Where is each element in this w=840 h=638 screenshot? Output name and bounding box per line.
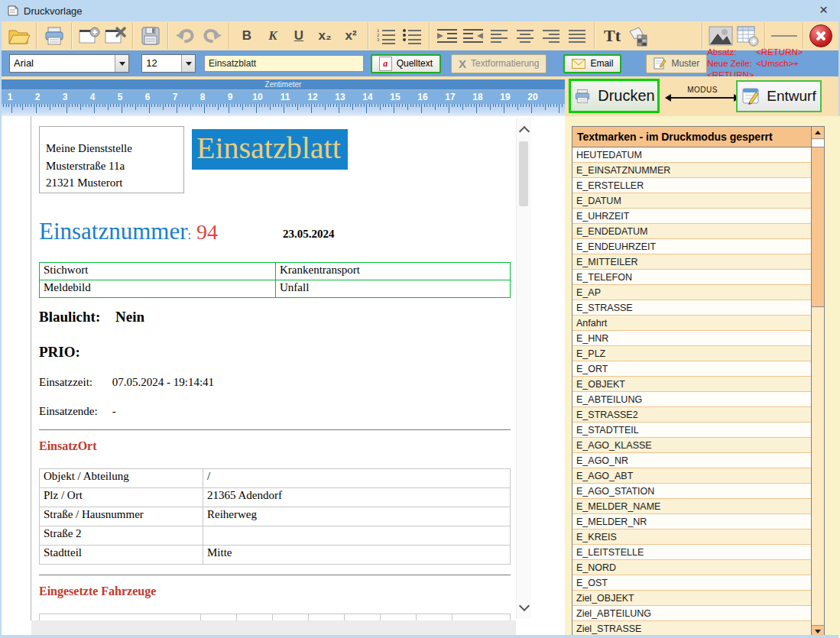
ruler-tick <box>165 104 166 107</box>
font-icon[interactable]: Tt <box>599 24 625 48</box>
horizontal-line-icon[interactable] <box>770 24 799 48</box>
ruler-tick <box>218 104 219 110</box>
redo-icon[interactable] <box>199 24 225 48</box>
prio-row: PRIO: <box>39 344 80 361</box>
document-scrollbar-thumb[interactable] <box>519 141 528 206</box>
textmarken-item[interactable]: E_DATUM <box>572 193 811 209</box>
table-cell-value: Mitte <box>203 546 510 564</box>
textmarken-item[interactable]: E_AP <box>572 285 811 300</box>
ruler-tick <box>289 104 290 107</box>
scroll-down-icon[interactable] <box>519 601 530 611</box>
ruler-tick <box>187 104 188 107</box>
textmarken-item[interactable]: E_OST <box>572 575 811 591</box>
subscript-icon[interactable]: x₂ <box>312 24 338 48</box>
textformatierung-button[interactable]: X Textformatierung <box>451 54 546 73</box>
textmarken-item[interactable]: Ziel_OBJEKT <box>572 591 811 606</box>
save-icon[interactable] <box>138 24 164 48</box>
textmarken-item[interactable]: HEUTEDATUM <box>572 147 811 163</box>
ruler-tick <box>438 104 439 107</box>
textmarken-item[interactable]: E_ENDEUHRZEIT <box>572 239 811 254</box>
undo-icon[interactable] <box>173 24 199 48</box>
textmarken-item[interactable]: E_MELDER_NAME <box>572 499 811 514</box>
textmarken-item[interactable]: E_AGO_NR <box>572 453 811 468</box>
einsatznummer-row: Einsatznummer:94 23.05.2024 <box>39 218 511 250</box>
textmarken-item[interactable]: E_KREIS <box>572 530 811 545</box>
align-left-icon[interactable] <box>486 24 512 48</box>
textmarken-item[interactable]: E_ORT <box>572 361 811 377</box>
font-size-select[interactable]: 12 <box>141 54 196 73</box>
entwurf-mode-button[interactable]: Entwurf <box>736 80 822 112</box>
textmarken-item[interactable]: E_MITTEILER <box>572 254 811 270</box>
delete-page-icon[interactable] <box>102 24 128 48</box>
textmarken-item[interactable]: E_ERSTELLER <box>572 178 811 193</box>
ruler-tick <box>75 104 76 107</box>
textmarken-item[interactable]: E_UHRZEIT <box>572 209 811 224</box>
textmarken-item[interactable]: E_TELEFON <box>572 270 811 285</box>
textmarken-item[interactable]: E_HNR <box>572 331 811 346</box>
textmarken-item[interactable]: E_MELDER_NR <box>572 514 811 530</box>
textmarken-item[interactable]: E_AGO_KLASSE <box>572 438 811 453</box>
indent-increase-icon[interactable] <box>434 24 460 48</box>
textmarken-item[interactable]: E_OBJEKT <box>572 377 811 392</box>
email-button[interactable]: Email <box>563 54 621 73</box>
textmarken-item[interactable]: E_STADTTEIL <box>572 423 811 438</box>
textmarken-item[interactable]: E_ENDEDATUM <box>572 224 811 239</box>
textmarken-scrollbar[interactable] <box>811 127 824 637</box>
ruler-tick <box>507 104 508 107</box>
bullet-list-icon[interactable] <box>399 24 425 48</box>
textmarken-item[interactable]: E_AGO_STATION <box>572 484 811 499</box>
textmarken-item[interactable]: E_ABTEILUNG <box>572 392 811 407</box>
drucken-mode-button[interactable]: Drucken <box>569 79 660 113</box>
textmarken-scroll-up-icon[interactable] <box>812 127 824 139</box>
font-family-dropdown-icon[interactable] <box>115 55 128 72</box>
ruler-tick <box>364 104 365 107</box>
insert-image-icon[interactable] <box>707 24 735 48</box>
template-name-input[interactable] <box>204 55 364 72</box>
email-label: Email <box>590 58 613 69</box>
textmarken-item[interactable]: E_STRASSE <box>572 300 811 316</box>
indent-decrease-icon[interactable] <box>460 24 486 48</box>
align-center-icon[interactable] <box>512 24 538 48</box>
ruler-tick <box>430 104 430 107</box>
ruler-tick <box>303 104 303 107</box>
ruler-tick <box>171 104 172 107</box>
textmarken-item[interactable]: E_EINSATZNUMMER <box>572 163 811 178</box>
bold-icon[interactable]: B <box>234 24 260 48</box>
underline-icon[interactable]: U <box>286 24 312 48</box>
insert-table-icon[interactable] <box>735 24 761 48</box>
align-justify-icon[interactable] <box>564 24 590 48</box>
document-scrollbar[interactable] <box>516 118 531 619</box>
textmarken-item[interactable]: E_NORD <box>572 560 811 575</box>
divider-rule <box>39 429 511 430</box>
textmarken-item[interactable]: E_AGO_ABT <box>572 468 811 484</box>
align-right-icon[interactable] <box>538 24 564 48</box>
textmarken-item[interactable]: E_LEITSTELLE <box>572 545 811 560</box>
italic-icon[interactable]: K <box>260 24 286 48</box>
print-icon[interactable] <box>41 24 67 48</box>
open-folder-icon[interactable] <box>6 24 32 48</box>
scroll-up-icon[interactable] <box>519 126 530 137</box>
textmarken-item[interactable]: Ziel_ABTEILUNG <box>572 606 811 621</box>
quelltext-button[interactable]: a Quelltext <box>371 54 441 73</box>
textmarken-item[interactable]: Ziel_STRASSE <box>572 621 811 636</box>
font-family-select[interactable]: Arial <box>9 54 129 73</box>
ruler-tick <box>127 104 128 107</box>
ruler-tick <box>333 104 334 107</box>
textmarken-item[interactable]: E_PLZ <box>572 346 811 361</box>
font-size-dropdown-icon[interactable] <box>181 55 195 72</box>
ruler-tick <box>369 104 370 107</box>
textmarken-item[interactable]: E_STRASSE2 <box>572 407 811 423</box>
close-editor-icon[interactable] <box>808 24 834 48</box>
add-page-icon[interactable] <box>76 24 102 48</box>
table-cell-label: Straße 2 <box>40 526 203 545</box>
window-close-icon[interactable]: × <box>819 2 828 18</box>
ruler-tick <box>118 104 119 107</box>
textmarken-item[interactable]: Anfahrt <box>572 316 811 331</box>
ruler-tick <box>242 104 243 110</box>
numbered-list-icon[interactable]: 123 <box>373 24 399 48</box>
superscript-icon[interactable]: x² <box>338 24 364 48</box>
fill-color-icon[interactable] <box>625 24 651 48</box>
muster-button[interactable]: Muster <box>646 54 707 73</box>
textmarken-scrollbar-thumb[interactable] <box>812 147 824 307</box>
table-row: StichwortKrankentransport <box>40 263 510 280</box>
